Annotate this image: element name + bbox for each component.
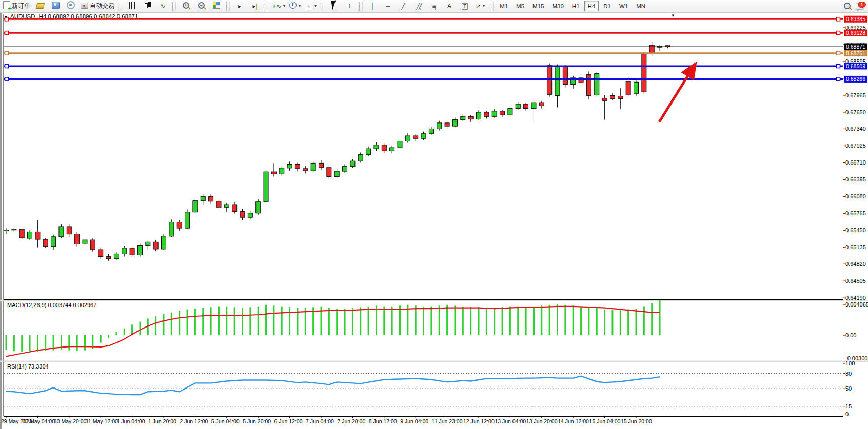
search-icon[interactable] <box>844 3 851 9</box>
candle <box>271 172 276 174</box>
chevron-down-icon[interactable]: ▾ <box>314 4 317 8</box>
candle <box>413 136 418 138</box>
tile-windows-button[interactable] <box>209 1 224 12</box>
rsi-label: RSI(14) 73.3304 <box>7 363 49 370</box>
candle <box>193 201 198 212</box>
tf-button-H4[interactable]: H4 <box>584 1 599 11</box>
candle <box>563 67 567 85</box>
candle <box>516 104 520 108</box>
text-button[interactable]: A <box>442 1 457 12</box>
templates-button[interactable]: ∿▾ <box>303 1 319 12</box>
new-order-button[interactable]: 新订单 <box>1 1 32 12</box>
chart-shift-button[interactable]: ▸| <box>247 1 263 12</box>
candle <box>256 202 261 213</box>
chartshift-icon: ▸| <box>252 3 257 10</box>
chevron-down-icon[interactable]: ▾ <box>299 4 301 8</box>
tf-button-M1[interactable]: M1 <box>496 1 511 11</box>
line-anchor-handle[interactable] <box>5 77 9 81</box>
trend-line-button[interactable]: ╱ <box>396 1 411 12</box>
chart-canvas: 0.0040650.00-0.003005 1008050150 0.69225… <box>0 12 868 429</box>
candle <box>130 248 134 255</box>
price-axis-tick: 0.66395 <box>845 176 866 182</box>
tf-button-W1[interactable]: W1 <box>616 1 632 11</box>
time-axis-label: 30 May 04:00 <box>22 418 55 424</box>
horizontal-line-button[interactable]: ─ <box>380 1 396 12</box>
price-axis-tick: 0.64505 <box>845 278 866 284</box>
tf-button-H1[interactable]: H1 <box>568 1 583 11</box>
price-badge-text: 0.68751 <box>846 50 865 56</box>
chart-dropdown-icon[interactable]: ▼ <box>4 15 8 19</box>
chat-icon[interactable]: 1 <box>856 3 864 10</box>
tf-button-M5[interactable]: M5 <box>512 1 528 11</box>
time-axis-label: 31 May 12:00 <box>85 418 118 424</box>
chart-shift-marker-icon[interactable]: ▼ <box>671 13 675 18</box>
quotes-button[interactable] <box>32 1 48 12</box>
candlestick-mode-button[interactable] <box>140 1 155 12</box>
fibonacci-button[interactable]: ≡F <box>426 1 442 12</box>
vline-icon: │ <box>370 3 374 10</box>
zoom-out-button[interactable]: − <box>193 1 209 12</box>
line-anchor-handle[interactable] <box>837 77 840 81</box>
label-icon: T <box>462 3 468 10</box>
time-axis-label: 8 Jun 12:00 <box>369 418 397 424</box>
candle <box>28 232 32 238</box>
arrow-objects-button[interactable]: ↗▾ <box>472 1 488 12</box>
time-axis-label: 15 Jun 04:00 <box>589 418 621 424</box>
cursor-button[interactable] <box>326 1 342 12</box>
market-watch-button[interactable] <box>48 1 63 12</box>
candle <box>452 120 457 127</box>
macd-label: MACD(12,26,9) 0.003744 0.002967 <box>7 302 96 308</box>
tf-button-MN[interactable]: MN <box>633 1 649 11</box>
equidistant-channel-button[interactable]: ╱╱E <box>411 1 426 12</box>
auto-scroll-button[interactable]: ▸ <box>232 1 247 12</box>
zoom-in-button[interactable]: + <box>178 1 193 12</box>
cursor-arrow-icon <box>331 0 337 10</box>
crosshair-icon: + <box>347 3 351 10</box>
periods-button[interactable]: ▾ <box>287 1 303 12</box>
mt4-terminal: { "window": {"width": 1692, "height": 83… <box>0 0 868 429</box>
tf-button-M15[interactable]: M15 <box>529 1 547 11</box>
pane-splitter[interactable] <box>0 361 868 362</box>
candle <box>500 111 505 115</box>
price-axis-tick: 0.65135 <box>845 244 866 250</box>
line-chart-mode-button[interactable]: ∿ <box>155 1 170 12</box>
pane-splitter[interactable] <box>0 300 868 302</box>
toolbar-group: │─╱╱╱E≡FAT↗▾ <box>364 0 489 12</box>
auto-trading-button[interactable]: 自动交易 <box>78 1 116 12</box>
signals-button[interactable] <box>63 1 78 12</box>
indicators-button[interactable]: +∿▾ <box>270 1 287 12</box>
cursor-icon <box>332 1 337 11</box>
bar-chart-mode-button[interactable] <box>124 1 140 12</box>
chevron-down-icon[interactable]: ▾ <box>283 4 285 8</box>
candle <box>334 171 339 176</box>
line-anchor-handle[interactable] <box>837 31 840 35</box>
candle <box>595 74 599 95</box>
candle <box>343 167 347 171</box>
signal-icon <box>67 1 75 11</box>
candle <box>311 163 315 171</box>
line-anchor-handle[interactable] <box>5 64 9 68</box>
line-anchor-handle[interactable] <box>837 51 840 55</box>
zoom-out-icon: − <box>198 2 205 10</box>
vertical-line-button[interactable]: │ <box>365 1 380 12</box>
chevron-down-icon[interactable]: ▾ <box>483 4 485 8</box>
autoscroll-icon: ▸ <box>238 3 241 10</box>
line-anchor-handle[interactable] <box>5 31 9 35</box>
new-order-doc-icon <box>3 1 10 9</box>
candle <box>461 116 465 119</box>
time-axis-label: 9 Jun 04:00 <box>400 418 428 424</box>
time-axis-label: 1 Jun 20:00 <box>148 418 176 424</box>
candle <box>405 136 410 141</box>
time-axis-label: 7 Jun 20:00 <box>337 418 365 424</box>
tf-button-D1[interactable]: D1 <box>600 1 615 11</box>
candle <box>649 45 654 53</box>
line-anchor-handle[interactable] <box>837 17 840 21</box>
line-anchor-handle[interactable] <box>5 51 9 55</box>
crosshair-button[interactable]: + <box>342 1 357 12</box>
candle <box>492 111 497 116</box>
line-anchor-handle[interactable] <box>837 64 840 68</box>
text-label-button[interactable]: T <box>457 1 472 12</box>
time-axis-label: 5 Jun 04:00 <box>211 418 240 424</box>
tf-button-M30[interactable]: M30 <box>548 1 567 11</box>
candle <box>468 116 473 119</box>
